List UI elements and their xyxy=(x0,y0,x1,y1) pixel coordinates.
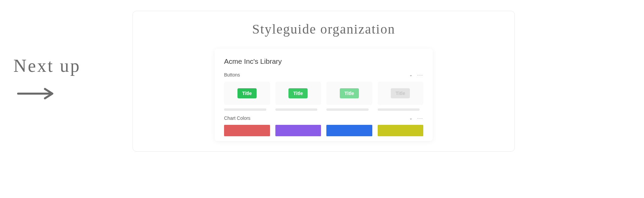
thumb-preview: Title xyxy=(224,82,270,105)
swatch-row xyxy=(224,125,423,136)
section-chart-colors: Chart Colors ⌄ ··· xyxy=(224,115,423,136)
card-title: Styleguide organization xyxy=(252,21,395,37)
color-swatch-red[interactable] xyxy=(224,125,270,136)
section-name: Chart Colors xyxy=(224,115,251,121)
more-icon[interactable]: ··· xyxy=(417,72,423,77)
color-swatch-purple[interactable] xyxy=(275,125,321,136)
sample-button-disabled: Title xyxy=(391,88,410,98)
sample-button-light: Title xyxy=(340,88,359,98)
section-controls: ⌄ ··· xyxy=(409,116,423,120)
library-panel: Acme Inc's Library Buttons ⌄ ··· Title xyxy=(215,49,433,141)
thumb-preview: Title xyxy=(378,82,424,105)
thumb-preview: Title xyxy=(326,82,372,105)
styleguide-card: Styleguide organization Acme Inc's Libra… xyxy=(132,11,515,152)
chevron-down-icon[interactable]: ⌄ xyxy=(409,72,413,77)
button-thumb[interactable]: Title xyxy=(326,82,372,111)
button-thumb[interactable]: Title xyxy=(378,82,424,111)
button-thumb[interactable]: Title xyxy=(224,82,270,111)
library-title: Acme Inc's Library xyxy=(224,57,423,65)
arrow-right-icon xyxy=(16,86,80,102)
buttons-row: Title Title Title xyxy=(224,82,423,111)
next-up-annotation: Next up xyxy=(13,55,80,102)
sample-button-hover: Title xyxy=(288,88,308,98)
thumb-caption xyxy=(378,108,420,111)
button-thumb[interactable]: Title xyxy=(275,82,321,111)
sample-button-primary: Title xyxy=(237,88,257,98)
thumb-caption xyxy=(326,108,369,111)
more-icon[interactable]: ··· xyxy=(417,116,423,120)
color-swatch-blue[interactable] xyxy=(326,125,372,136)
section-buttons: Buttons ⌄ ··· Title Title xyxy=(224,72,423,111)
thumb-caption xyxy=(275,108,318,111)
thumb-preview: Title xyxy=(275,82,321,105)
next-up-label: Next up xyxy=(13,55,80,76)
thumb-caption xyxy=(224,108,266,111)
section-header: Buttons ⌄ ··· xyxy=(224,72,423,78)
color-swatch-olive[interactable] xyxy=(378,125,424,136)
section-name: Buttons xyxy=(224,72,240,78)
chevron-down-icon[interactable]: ⌄ xyxy=(409,116,413,120)
section-controls: ⌄ ··· xyxy=(409,72,423,77)
section-header: Chart Colors ⌄ ··· xyxy=(224,115,423,121)
